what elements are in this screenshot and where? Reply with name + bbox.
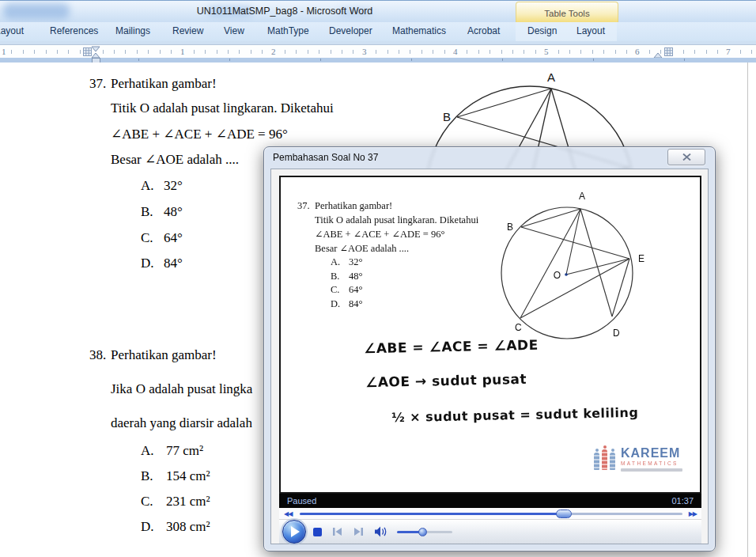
tab-review[interactable]: Review [172, 25, 203, 36]
q38-option-label: B. [141, 468, 153, 484]
video-circle-diagram: A B E C D O [281, 177, 700, 492]
q37-option-value: 64° [164, 230, 183, 246]
ribbon-tab-row: Layout References Mailings Review View M… [0, 22, 756, 42]
previous-icon [331, 528, 343, 536]
ruler-ticks [0, 50, 756, 54]
pencils-icon [594, 449, 615, 470]
q37-number: 37. [89, 76, 106, 92]
ruler-number: 1 [179, 46, 187, 57]
q38-number: 38. [89, 347, 106, 363]
tab-view[interactable]: View [224, 25, 244, 36]
ruler-number: 6 [633, 46, 641, 57]
tab-layout[interactable]: Layout [576, 25, 605, 36]
tab-mailings[interactable]: Mailings [115, 25, 150, 36]
q37-option-label: C. [141, 230, 153, 246]
indent-markers[interactable] [91, 46, 101, 59]
tab-developer[interactable]: Developer [329, 25, 372, 36]
ruler-number: 5 [542, 46, 550, 57]
window-title: UN1011MatSMP_bag8 - Microsoft Word [197, 6, 373, 17]
word-window: UN1011MatSMP_bag8 - Microsoft Word Table… [0, 0, 756, 557]
q38-option-label: A. [141, 443, 154, 459]
volume-thumb[interactable] [418, 528, 427, 536]
tab-mathtype[interactable]: MathType [267, 25, 309, 36]
q38-prompt: Perhatikan gambar! [111, 347, 217, 363]
q37-option-label: D. [141, 256, 154, 271]
window-titlebar: UN1011MatSMP_bag8 - Microsoft Word Table… [0, 0, 756, 24]
quick-access-toolbar-blurred [3, 3, 70, 19]
q38-option-label: D. [141, 519, 154, 535]
kareem-logo: KAREEM MATHEMATICS [594, 447, 682, 472]
forward-icon[interactable]: ▶▶ [689, 510, 697, 517]
q37-line2: Titik O adalah pusat lingkaran. Diketahu… [111, 100, 334, 116]
play-icon [291, 526, 300, 537]
q38-option-label: C. [141, 494, 153, 510]
video-diagram-label-o: O [554, 270, 561, 281]
logo-bar [621, 468, 682, 472]
ruler-number: 2 [270, 46, 278, 57]
player-controls [279, 520, 701, 544]
pembahasan-dialog: Pembahasan Soal No 37 37. Perhatikan gam… [263, 146, 716, 551]
video-diagram-label-c: C [515, 322, 522, 333]
seek-thumb[interactable] [556, 510, 572, 518]
next-icon [353, 528, 365, 536]
q37-option-value: 48° [164, 204, 183, 220]
handwriting-line-2: ∠AOE → sudut pusat [365, 371, 527, 390]
video-display[interactable]: 37. Perhatikan gambar! Titik O adalah pu… [279, 176, 701, 494]
player-status: Paused [287, 496, 316, 506]
seek-bar-row: ◀◀ ▶▶ [279, 508, 701, 520]
q38-line2: Jika O adalah pusat lingka [111, 381, 252, 397]
speaker-icon [374, 526, 387, 537]
dialog-body: 37. Perhatikan gambar! Titik O adalah pu… [270, 169, 709, 544]
video-diagram-label-a: A [579, 191, 585, 202]
video-diagram-label-e: E [638, 253, 644, 264]
q38-option-value: 308 cm² [166, 519, 210, 535]
tab-page-layout[interactable]: Layout [0, 25, 24, 36]
q37-option-label: A. [141, 178, 154, 194]
q37-prompt: Perhatikan gambar! [111, 76, 217, 92]
ruler-number: 7 [724, 46, 732, 57]
page-right-edge [747, 63, 748, 557]
tab-stop-ticks [138, 59, 708, 61]
tab-mathematics[interactable]: Mathematics [392, 25, 446, 36]
tab-design[interactable]: Design [527, 25, 557, 36]
horizontal-ruler: 1 1 2 3 4 5 6 7 [0, 41, 756, 63]
ruler-number: 4 [452, 46, 459, 57]
q37-option-value: 32° [164, 178, 183, 194]
q37-option-value: 84° [164, 256, 183, 271]
logo-title: KAREEM [621, 447, 682, 459]
next-button[interactable] [353, 528, 365, 536]
q37-line3: ∠ABE + ∠ACE + ∠ADE = 96° [111, 126, 288, 142]
video-diagram-label-d: D [613, 328, 620, 339]
dialog-title: Pembahasan Soal No 37 [273, 152, 378, 163]
table-tools-context-label: Table Tools [516, 2, 618, 24]
close-button[interactable] [667, 149, 705, 165]
diagram-label-a: A [547, 70, 555, 84]
ruler-number: 3 [361, 46, 369, 57]
logo-subtitle: MATHEMATICS [621, 460, 682, 466]
rewind-icon[interactable]: ◀◀ [284, 510, 292, 517]
tab-references[interactable]: References [50, 25, 98, 36]
ruler-number: 1 [0, 46, 8, 57]
q38-option-value: 154 cm² [166, 468, 210, 484]
tab-acrobat[interactable]: Acrobat [467, 25, 500, 36]
player-status-bar: Paused 01:37 [279, 494, 701, 508]
q38-option-value: 77 cm² [166, 443, 203, 459]
previous-button[interactable] [331, 528, 343, 536]
play-button[interactable] [282, 520, 306, 544]
q37-line4: Besar ∠AOE adalah .... [111, 151, 239, 168]
close-icon [682, 153, 691, 161]
table-column-marker-icon[interactable] [664, 47, 673, 56]
volume-slider[interactable] [397, 531, 452, 533]
q38-line3: daerah yang diarsir adalah [111, 415, 252, 431]
stop-button[interactable] [313, 528, 322, 536]
mute-button[interactable] [374, 526, 387, 537]
q38-option-value: 231 cm² [166, 494, 210, 510]
seek-track[interactable] [300, 513, 682, 515]
q37-option-label: B. [141, 204, 153, 220]
player-time: 01:37 [671, 496, 694, 506]
video-diagram-label-b: B [507, 222, 513, 233]
diagram-label-b: B [443, 110, 451, 123]
